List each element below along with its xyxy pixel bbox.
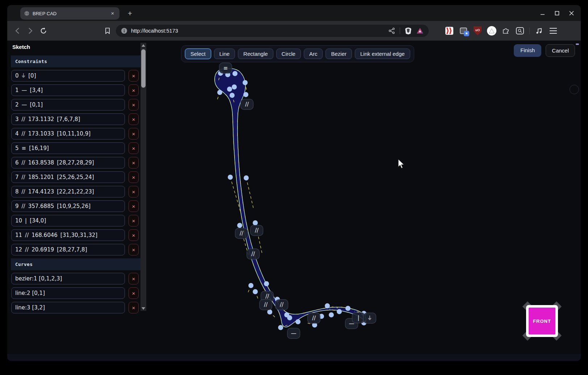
delete-item-button[interactable]: × bbox=[129, 113, 139, 125]
cancel-button[interactable]: Cancel bbox=[546, 44, 575, 57]
constraint-badge[interactable]: // bbox=[259, 299, 272, 310]
close-window-button[interactable] bbox=[564, 5, 579, 21]
new-tab-button[interactable]: + bbox=[124, 7, 136, 20]
delete-item-button[interactable]: × bbox=[129, 302, 139, 313]
tool-button-bezier[interactable]: Bezier bbox=[326, 49, 352, 59]
delete-item-button[interactable]: × bbox=[129, 171, 139, 183]
constraint-item[interactable]: 3//173.1132[7,6,7,8] bbox=[11, 113, 125, 125]
control-point[interactable] bbox=[329, 312, 334, 317]
view-cube-label[interactable]: FRONT bbox=[529, 308, 555, 334]
finish-button[interactable]: Finish bbox=[514, 44, 541, 57]
maximize-button[interactable] bbox=[550, 5, 564, 21]
delete-item-button[interactable]: × bbox=[129, 229, 139, 241]
control-point[interactable] bbox=[232, 71, 238, 76]
view-cube-face[interactable]: FRONT bbox=[526, 305, 558, 337]
scrollbar-thumb[interactable] bbox=[141, 49, 146, 88]
reload-button[interactable] bbox=[38, 26, 49, 36]
control-point[interactable] bbox=[237, 223, 242, 228]
brave-rewards-bat-icon[interactable] bbox=[416, 28, 424, 34]
curve-item[interactable]: line:2 [0,1] bbox=[11, 287, 125, 299]
constraint-badge[interactable]: ≡ bbox=[219, 63, 232, 74]
control-point[interactable] bbox=[253, 289, 258, 294]
delete-item-button[interactable]: × bbox=[129, 99, 139, 111]
delete-item-button[interactable]: × bbox=[129, 186, 139, 197]
delete-item-button[interactable]: × bbox=[129, 157, 139, 168]
curve-item[interactable]: bezier:1 [0,1,2,3] bbox=[11, 273, 125, 284]
control-point[interactable] bbox=[244, 175, 249, 180]
constraint-item[interactable]: 12//20.6919[28,27,7,8] bbox=[11, 244, 125, 255]
constraint-item[interactable]: 2—[0,1] bbox=[11, 99, 125, 111]
scrollbar-up-arrow-icon[interactable] bbox=[140, 43, 146, 48]
constraint-item[interactable]: 11//168.6046[31,30,31,32] bbox=[11, 229, 125, 241]
share-icon[interactable] bbox=[388, 28, 395, 34]
constraint-badge[interactable]: // bbox=[235, 228, 248, 239]
panel-scrollbar[interactable] bbox=[140, 43, 146, 311]
constraint-item[interactable]: 5≡[16,19] bbox=[11, 142, 125, 154]
control-point[interactable] bbox=[248, 283, 253, 288]
stripes-extension-icon[interactable] bbox=[445, 26, 454, 36]
constraint-item[interactable]: 10|[34,0] bbox=[11, 215, 125, 226]
delete-item-button[interactable]: × bbox=[129, 200, 139, 212]
site-info-icon[interactable] bbox=[121, 28, 127, 34]
puzzle-extensions-icon[interactable] bbox=[501, 26, 511, 36]
control-point[interactable] bbox=[345, 306, 350, 311]
music-note-icon[interactable] bbox=[534, 26, 544, 36]
delete-item-button[interactable]: × bbox=[129, 215, 139, 226]
delete-item-button[interactable]: × bbox=[129, 128, 139, 139]
control-point[interactable] bbox=[227, 87, 232, 92]
brave-shields-icon[interactable] bbox=[405, 27, 412, 35]
menu-hamburger-icon[interactable] bbox=[549, 26, 558, 36]
delete-item-button[interactable]: × bbox=[129, 84, 139, 96]
tool-button-select[interactable]: Select bbox=[185, 49, 211, 59]
constraint-item[interactable]: 6//163.8538[28,27,28,29] bbox=[11, 157, 125, 168]
tool-button-line[interactable]: Line bbox=[214, 49, 235, 59]
constraint-badge[interactable]: // bbox=[240, 99, 253, 110]
sketch-profile-shape[interactable] bbox=[215, 68, 366, 327]
control-point[interactable] bbox=[243, 80, 248, 85]
delete-item-button[interactable]: × bbox=[129, 142, 139, 154]
delete-item-button[interactable]: × bbox=[129, 287, 139, 299]
constraint-item[interactable]: 7//185.1201[25,26,25,24] bbox=[11, 171, 125, 183]
constraint-item[interactable]: 0⏚[0] bbox=[11, 70, 125, 82]
view-cube[interactable]: FRONT bbox=[526, 305, 558, 337]
search-tabs-icon[interactable] bbox=[515, 26, 525, 36]
window-star-extension-icon[interactable]: ★ bbox=[459, 26, 468, 36]
scrollbar-down-arrow-icon[interactable] bbox=[140, 306, 146, 311]
constraint-item[interactable]: 8//174.4123[22,21,22,23] bbox=[11, 186, 125, 197]
url-text[interactable]: http://localhost:5173 bbox=[131, 28, 385, 34]
constraint-badge[interactable]: // bbox=[247, 249, 260, 259]
minimize-button[interactable] bbox=[535, 5, 550, 21]
constraint-badge[interactable]: // bbox=[307, 313, 320, 324]
delete-item-button[interactable]: × bbox=[129, 273, 139, 284]
control-point[interactable] bbox=[230, 93, 235, 98]
constraint-badge[interactable]: // bbox=[275, 299, 288, 310]
forward-button[interactable] bbox=[25, 26, 35, 36]
control-point[interactable] bbox=[228, 175, 233, 180]
bookmark-icon[interactable] bbox=[102, 26, 113, 36]
tool-button-link-external-edge[interactable]: Link external edge bbox=[355, 49, 410, 59]
control-point[interactable] bbox=[325, 303, 330, 308]
tab-close-icon[interactable]: × bbox=[109, 10, 116, 17]
control-point[interactable] bbox=[243, 92, 248, 97]
back-button[interactable] bbox=[12, 26, 22, 36]
delete-item-button[interactable]: × bbox=[129, 244, 139, 255]
control-point[interactable] bbox=[295, 319, 301, 324]
curve-item[interactable]: line:3 [3,2] bbox=[11, 302, 125, 313]
control-point[interactable] bbox=[267, 309, 272, 314]
constraint-badge[interactable]: // bbox=[250, 225, 263, 236]
constraint-item[interactable]: 4//173.1033[10,11,10,9] bbox=[11, 128, 125, 139]
control-point[interactable] bbox=[217, 90, 222, 95]
ublock-extension-icon[interactable]: uO bbox=[473, 26, 482, 36]
control-point[interactable] bbox=[264, 281, 269, 286]
control-point[interactable] bbox=[232, 84, 237, 89]
constraint-item[interactable]: 1—[3,4] bbox=[11, 84, 125, 96]
constraint-item[interactable]: 9//357.6885[10,9,25,26] bbox=[11, 200, 125, 212]
browser-tab[interactable]: BREP CAD × bbox=[20, 7, 119, 20]
constraint-badge[interactable]: — bbox=[287, 328, 300, 339]
control-point[interactable] bbox=[337, 309, 342, 314]
control-point[interactable] bbox=[278, 325, 283, 330]
address-bar[interactable]: http://localhost:5173 bbox=[116, 25, 429, 37]
pizza-extension-icon[interactable] bbox=[487, 26, 496, 36]
control-point[interactable] bbox=[253, 220, 258, 225]
tool-button-arc[interactable]: Arc bbox=[304, 49, 323, 59]
